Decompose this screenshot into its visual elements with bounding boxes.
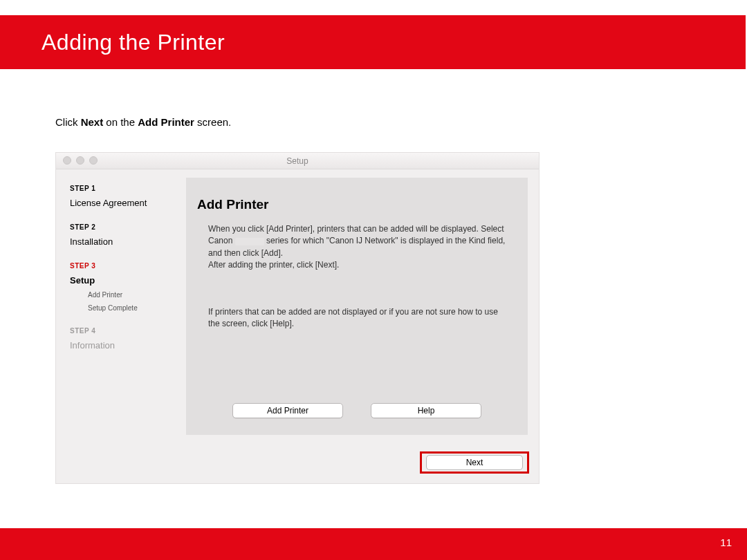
help-button[interactable]: Help (371, 403, 481, 418)
step2-label: STEP 2 (70, 223, 170, 231)
wizard-sidebar: STEP 1 License Agreement STEP 2 Installa… (70, 185, 170, 351)
step3-sub1: Add Printer (88, 291, 170, 299)
add-printer-button[interactable]: Add Printer (232, 403, 343, 418)
para1-text: After adding the printer, click [Next]. (208, 260, 339, 270)
step1-item: License Agreement (70, 198, 170, 208)
redacted-model (235, 238, 264, 245)
instr-part: on the (103, 116, 138, 128)
step3-item: Setup (70, 275, 170, 286)
step4-item: Information (70, 340, 170, 351)
setup-window: Setup STEP 1 License Agreement STEP 2 In… (55, 152, 540, 484)
window-titlebar: Setup (56, 153, 539, 169)
slide-header: Adding the Printer (0, 15, 746, 69)
instr-part: screen. (194, 116, 231, 128)
next-button[interactable]: Next (426, 455, 523, 470)
content-heading: Add Printer (197, 197, 528, 212)
step1-label: STEP 1 (70, 185, 170, 192)
step2-item: Installation (70, 236, 170, 247)
slide-title: Adding the Printer (42, 30, 225, 55)
window-footer: Next (56, 446, 539, 483)
step3-label: STEP 3 (70, 262, 170, 270)
step4-label: STEP 4 (70, 327, 170, 335)
content-pane: Add Printer When you click [Add Printer]… (186, 178, 528, 435)
window-body: STEP 1 License Agreement STEP 2 Installa… (56, 169, 539, 446)
instr-part: Click (55, 116, 81, 128)
content-para2: If printers that can be added are not di… (208, 306, 506, 330)
next-highlight: Next (420, 451, 529, 474)
step3-sub2: Setup Complete (88, 304, 170, 312)
page-number: 11 (720, 536, 732, 548)
window-title: Setup (56, 153, 539, 169)
instruction-text: Click Next on the Add Printer screen. (55, 116, 231, 128)
instr-bold2: Add Printer (138, 116, 194, 128)
instr-bold1: Next (81, 116, 104, 128)
content-para1: When you click [Add Printer], printers t… (208, 223, 506, 272)
slide-footer: 11 (0, 528, 747, 560)
content-buttons: Add Printer Help (186, 403, 528, 418)
